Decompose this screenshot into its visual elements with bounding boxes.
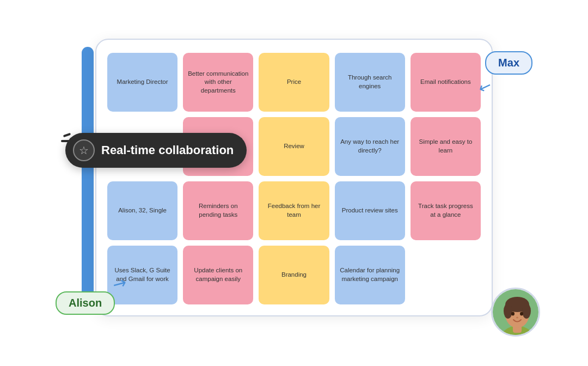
svg-point-5 xyxy=(504,303,512,319)
sticky-grid: Marketing Director Better communication … xyxy=(107,53,481,304)
collab-badge: ☆ Real-time collaboration xyxy=(65,133,247,168)
alison-label: Alison xyxy=(56,291,115,315)
note-reach-directly: Any way to reach her directly? xyxy=(335,117,405,176)
note-better-communication: Better communication with other departme… xyxy=(183,53,253,112)
svg-point-7 xyxy=(511,312,514,316)
note-feedback: Feedback from her team xyxy=(259,181,329,240)
max-label: Max xyxy=(485,51,532,75)
blue-accent-bar xyxy=(82,47,94,308)
avatar xyxy=(491,288,540,337)
dash-1 xyxy=(63,133,71,138)
note-branding: Branding xyxy=(259,246,329,304)
note-review: Review xyxy=(259,117,329,176)
badge-label: Real-time collaboration xyxy=(101,143,234,157)
note-update-clients: Update clients on campaign easily xyxy=(183,246,253,304)
note-product-sites: Product review sites xyxy=(335,181,405,240)
star-icon: ☆ xyxy=(73,139,95,161)
main-card: Marketing Director Better communication … xyxy=(95,39,493,316)
note-marketing-director: Marketing Director xyxy=(107,53,177,112)
scene: Marketing Director Better communication … xyxy=(33,14,555,352)
svg-point-6 xyxy=(522,303,531,319)
note-track-task: Track task progress at a glance xyxy=(411,181,481,240)
svg-point-9 xyxy=(516,317,518,319)
note-reminders: Reminders on pending tasks xyxy=(183,181,253,240)
note-alison-32: Alison, 32, Single xyxy=(107,181,177,240)
note-calendar: Calendar for planning marketing campaign xyxy=(335,246,405,304)
note-empty-2 xyxy=(411,246,481,304)
note-price: Price xyxy=(259,53,329,112)
note-search-engines: Through search engines xyxy=(335,53,405,112)
avatar-image xyxy=(493,289,540,337)
svg-point-8 xyxy=(520,312,523,316)
note-email-notifications: Email notifications xyxy=(411,53,481,112)
note-simple-easy: Simple and easy to learn xyxy=(411,117,481,176)
